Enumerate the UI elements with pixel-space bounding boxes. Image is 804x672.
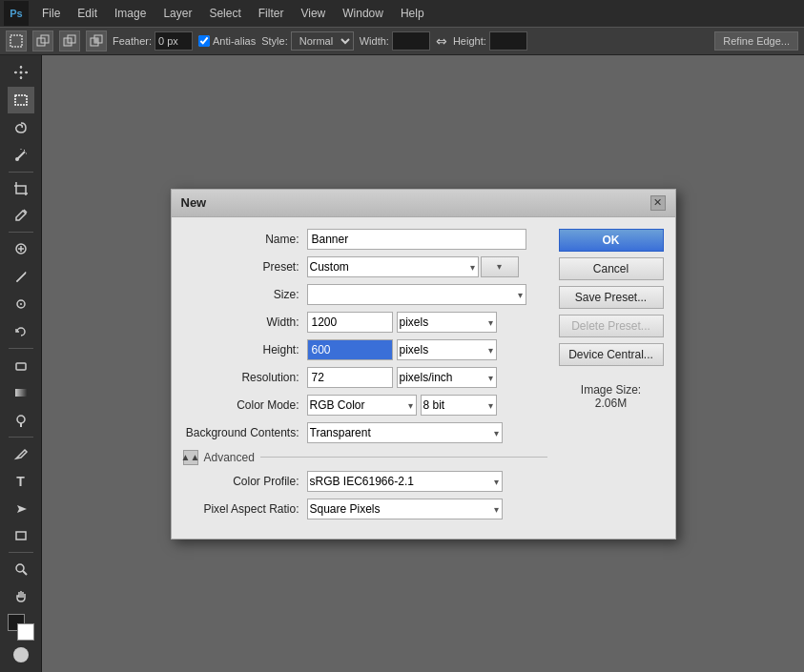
hand-tool[interactable]	[8, 583, 34, 610]
menu-image[interactable]: Image	[107, 5, 154, 22]
new-document-dialog: New ✕ Name: Preset:	[171, 189, 676, 540]
color-mode-select[interactable]: RGB Color Grayscale CMYK Color	[307, 395, 417, 416]
preset-label: Preset:	[183, 260, 307, 274]
cancel-button[interactable]: Cancel	[559, 257, 664, 280]
height-options-input[interactable]	[489, 31, 527, 51]
bg-contents-select[interactable]: Transparent White Background Color	[307, 422, 503, 443]
gradient-tool[interactable]	[8, 379, 34, 406]
menu-help[interactable]: Help	[393, 5, 432, 22]
svg-point-8	[19, 71, 22, 73]
height-input[interactable]	[307, 339, 393, 360]
select-mode-add[interactable]	[32, 31, 53, 51]
resolution-input[interactable]	[307, 367, 393, 388]
size-select[interactable]	[307, 284, 526, 305]
pixel-aspect-select[interactable]: Square Pixels D1/DV NTSC (0.91)	[307, 499, 503, 519]
dialog-title-bar: New ✕	[172, 190, 675, 217]
main-area: T New ✕	[0, 55, 804, 672]
background-color[interactable]	[17, 623, 34, 641]
width-unit-select[interactable]: pixels inches cm	[397, 312, 497, 333]
width-group: Width:	[360, 31, 430, 51]
advanced-toggle-button[interactable]: ▲▲	[183, 450, 198, 465]
toolbar: T	[0, 55, 42, 672]
svg-line-12	[24, 150, 25, 151]
feather-input[interactable]	[155, 31, 193, 51]
dialog-form: Name: Preset: Custom Default Photoshop S…	[183, 229, 547, 527]
type-tool[interactable]: T	[8, 468, 34, 495]
quick-mask-mode[interactable]	[13, 647, 29, 662]
feather-group: Feather:	[113, 31, 193, 51]
color-profile-select[interactable]: sRGB IEC61966-2.1 Adobe RGB (1998)	[307, 471, 503, 492]
ok-button[interactable]: OK	[559, 229, 664, 252]
brush-tool[interactable]	[8, 263, 34, 290]
rect-select-tool[interactable]	[8, 87, 34, 113]
device-central-button[interactable]: Device Central...	[559, 343, 664, 366]
resolution-label: Resolution:	[183, 371, 307, 384]
color-swatches[interactable]	[6, 612, 36, 642]
clone-tool[interactable]	[8, 291, 34, 317]
shape-tool[interactable]	[8, 523, 34, 550]
width-row: Width: pixels inches cm	[183, 312, 547, 333]
toolbar-divider-3	[9, 348, 33, 349]
name-row: Name:	[183, 229, 547, 250]
dialog-body: Name: Preset: Custom Default Photoshop S…	[172, 217, 675, 539]
eraser-tool[interactable]	[8, 352, 34, 378]
pixel-aspect-label: Pixel Aspect Ratio:	[183, 502, 307, 516]
refine-edge-button[interactable]: Refine Edge...	[714, 31, 798, 51]
svg-rect-21	[16, 363, 26, 370]
svg-rect-0	[10, 35, 22, 47]
select-rect-icon[interactable]	[6, 31, 27, 51]
svg-rect-22	[15, 389, 27, 397]
canvas-area: New ✕ Name: Preset:	[42, 55, 804, 672]
history-tool[interactable]	[8, 318, 34, 345]
save-preset-button[interactable]: Save Preset...	[559, 286, 664, 309]
svg-point-26	[16, 564, 24, 572]
options-bar: Feather: Anti-alias Style: Normal Width:…	[0, 27, 804, 55]
color-bit-select[interactable]: 8 bit 16 bit 32 bit	[421, 395, 497, 416]
anti-alias-checkbox[interactable]	[198, 35, 210, 47]
name-input[interactable]	[307, 229, 526, 250]
dodge-tool[interactable]	[8, 407, 34, 434]
bg-contents-label: Background Contents:	[183, 426, 307, 439]
preset-select[interactable]: Custom Default Photoshop Size Letter Leg…	[307, 256, 479, 277]
advanced-header: ▲▲ Advanced	[183, 450, 547, 465]
magic-wand-tool[interactable]	[8, 142, 34, 169]
link-icon: ⇔	[436, 33, 447, 49]
menu-view[interactable]: View	[293, 5, 333, 22]
color-profile-row: Color Profile: sRGB IEC61966-2.1 Adobe R…	[183, 471, 547, 492]
svg-point-20	[20, 303, 22, 305]
advanced-section: ▲▲ Advanced Color Profile: sRGB IEC61966…	[183, 450, 547, 519]
color-mode-label: Color Mode:	[183, 398, 307, 412]
zoom-tool[interactable]	[8, 556, 34, 582]
pen-tool[interactable]	[8, 440, 34, 467]
menu-filter[interactable]: Filter	[251, 5, 292, 22]
width-options-input[interactable]	[392, 31, 430, 51]
menu-file[interactable]: File	[34, 5, 68, 22]
svg-rect-25	[16, 532, 26, 540]
menu-window[interactable]: Window	[335, 5, 391, 22]
move-tool[interactable]	[8, 59, 34, 86]
dialog-close-button[interactable]: ✕	[650, 195, 666, 211]
svg-line-27	[23, 571, 27, 575]
delete-preset-button[interactable]: Delete Preset...	[559, 315, 664, 337]
image-size-value: 2.06M	[559, 397, 664, 410]
path-select-tool[interactable]	[8, 496, 34, 522]
width-input[interactable]	[307, 312, 393, 333]
resolution-unit-select[interactable]: pixels/inch pixels/cm	[397, 367, 497, 388]
menu-select[interactable]: Select	[201, 5, 248, 22]
select-mode-intersect[interactable]	[86, 31, 107, 51]
menu-edit[interactable]: Edit	[70, 5, 105, 22]
menu-layer[interactable]: Layer	[155, 5, 199, 22]
lasso-tool[interactable]	[8, 114, 34, 141]
height-unit-select[interactable]: pixels inches cm	[397, 339, 497, 360]
size-label: Size:	[183, 288, 307, 301]
select-mode-subtract[interactable]	[59, 31, 80, 51]
height-row: Height: pixels inches cm	[183, 339, 547, 360]
crop-tool[interactable]	[8, 175, 34, 202]
heal-tool[interactable]	[8, 235, 34, 262]
resolution-row: Resolution: pixels/inch pixels/cm	[183, 367, 547, 388]
height-group: Height:	[453, 31, 527, 51]
style-select[interactable]: Normal	[291, 31, 354, 51]
preset-menu-button[interactable]: ▾	[481, 256, 519, 277]
color-mode-row: Color Mode: RGB Color Grayscale CMYK Col…	[183, 395, 547, 416]
eyedropper-tool[interactable]	[8, 203, 34, 230]
